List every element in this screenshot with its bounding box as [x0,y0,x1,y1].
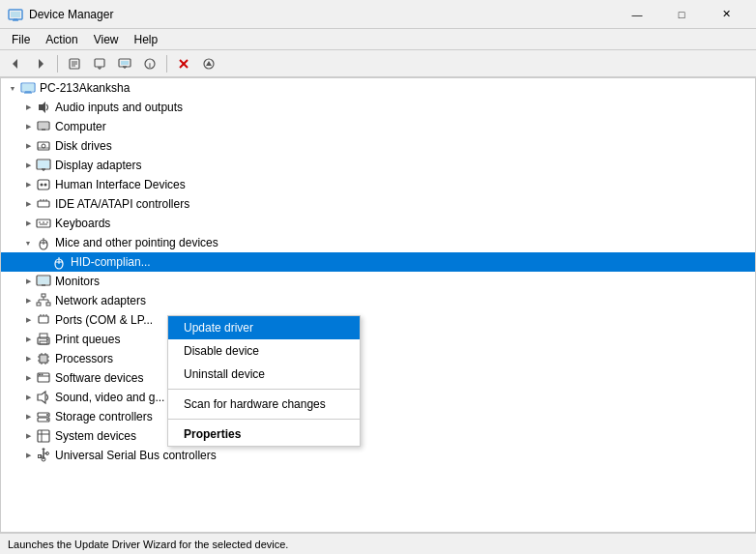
tree-label-display: Display adapters [55,159,141,172]
expander-root[interactable] [5,80,20,96]
properties-button[interactable] [63,53,86,74]
expander-network[interactable] [20,293,36,308]
svg-rect-61 [42,294,45,297]
tree-item-usb[interactable]: Universal Serial Bus controllers [1,446,755,465]
tree-item-ide[interactable]: IDE ATA/ATAPI controllers [1,194,755,214]
menu-view[interactable]: View [86,31,127,48]
svg-marker-27 [39,102,45,113]
software-icon [36,370,51,386]
device-tree[interactable]: PC-213Akanksha Audio inputs and outputs [0,77,756,533]
tree-label-mice: Mice and other pointing devices [55,236,218,249]
mouse-icon [51,254,67,270]
svg-marker-90 [38,392,45,403]
expander-mice[interactable] [20,235,36,250]
tree-item-system[interactable]: System devices [1,426,755,446]
expander-software[interactable] [20,370,36,386]
forward-button[interactable] [29,53,52,74]
tree-item-disk[interactable]: Disk drives [1,136,755,156]
tree-label-monitors: Monitors [55,275,100,288]
tree-item-audio[interactable]: Audio inputs and outputs [1,98,755,117]
expander-hid[interactable] [20,177,36,192]
app-icon [8,7,23,22]
menu-bar: File Action View Help [0,29,756,50]
expander-ports[interactable] [20,312,36,328]
tree-item-computer[interactable]: Computer [1,117,755,136]
tree-label-keyboards: Keyboards [55,217,110,230]
toolbar: i [0,50,756,77]
tree-label-root: PC-213Akanksha [40,81,130,95]
svg-point-94 [46,419,48,421]
svg-rect-35 [38,160,49,168]
tree-item-ports[interactable]: Ports (COM & LP... [1,310,755,330]
minimize-button[interactable]: — [615,0,659,29]
device-props-button[interactable]: i [138,53,161,74]
maximize-button[interactable]: □ [659,0,704,29]
tree-item-software[interactable]: Software devices [1,368,755,388]
tree-item-mice[interactable]: Mice and other pointing devices [1,233,755,252]
status-text: Launches the Update Driver Wizard for th… [8,539,288,550]
tree-label-processors: Processors [55,352,113,365]
update-driver-button[interactable] [88,53,111,74]
expander-print[interactable] [20,332,36,347]
tree-item-root[interactable]: PC-213Akanksha [1,78,755,98]
tree-item-monitors[interactable]: Monitors [1,272,755,291]
tree-item-display[interactable]: Display adapters [1,156,755,175]
close-button[interactable]: ✕ [704,0,748,29]
tree-item-hid-compliant[interactable]: HID-complian... [1,252,755,272]
menu-action[interactable]: Action [38,31,85,48]
expander-usb[interactable] [20,448,36,463]
tree-label-ports: Ports (COM & LP... [55,313,153,327]
tree-label-audio: Audio inputs and outputs [55,101,183,114]
tree-label-hid: Human Interface Devices [55,178,186,191]
context-menu-scan[interactable]: Scan for hardware changes [168,393,360,416]
status-bar: Launches the Update Driver Wizard for th… [0,533,756,554]
svg-rect-38 [38,180,49,190]
expander-display[interactable] [20,158,36,173]
ide-icon [36,196,51,212]
mice-icon [36,235,51,250]
svg-point-88 [39,374,41,376]
expander-sound[interactable] [20,390,36,405]
svg-point-93 [46,414,48,416]
expander-keyboards[interactable] [20,216,36,231]
expander-computer[interactable] [20,119,36,134]
svg-point-75 [46,339,48,341]
context-menu: Update driver Disable device Uninstall d… [167,315,361,447]
menu-file[interactable]: File [4,31,38,48]
expander-monitors[interactable] [20,274,36,289]
svg-rect-1 [11,12,20,17]
context-menu-disable-device[interactable]: Disable device [168,339,360,363]
tree-item-storage[interactable]: Storage controllers [1,407,755,426]
usb-icon [36,448,51,463]
expander-audio[interactable] [20,100,36,115]
expander-storage[interactable] [20,409,36,424]
tree-item-print[interactable]: Print queues [1,330,755,349]
hid-icon [36,177,51,192]
expander-system[interactable] [20,428,36,444]
window-controls: — □ ✕ [615,0,748,29]
tree-item-sound[interactable]: Sound, video and g... [1,388,755,407]
tree-label-print: Print queues [55,333,120,346]
monitor-button[interactable] [113,53,136,74]
context-menu-properties[interactable]: Properties [168,423,360,446]
svg-rect-10 [95,59,104,67]
expander-processors[interactable] [20,351,36,366]
storage-icon [36,409,51,424]
tree-item-keyboards[interactable]: Keyboards [1,214,755,233]
tree-label-system: System devices [55,429,136,443]
svg-rect-62 [37,303,41,306]
back-button[interactable] [4,53,27,74]
uninstall-button[interactable] [172,53,195,74]
tree-item-processors[interactable]: Processors [1,349,755,368]
tree-label-storage: Storage controllers [55,410,153,423]
context-menu-uninstall-device[interactable]: Uninstall device [168,363,360,386]
svg-rect-14 [121,61,129,65]
tree-item-network[interactable]: Network adapters [1,291,755,310]
expander-ide[interactable] [20,196,36,212]
sound-icon [36,390,51,405]
tree-item-hid[interactable]: Human Interface Devices [1,175,755,194]
scan-button[interactable] [197,53,220,74]
context-menu-update-driver[interactable]: Update driver [168,316,360,339]
expander-disk[interactable] [20,138,36,154]
menu-help[interactable]: Help [127,31,166,48]
